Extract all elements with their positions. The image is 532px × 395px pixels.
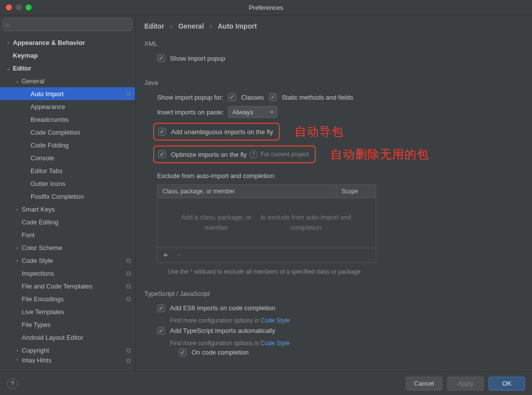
- sidebar-item-label: Console: [31, 154, 131, 162]
- remove-button[interactable]: －: [175, 250, 183, 260]
- window-title: Preferences: [0, 4, 532, 11]
- sidebar-item-breadcrumbs[interactable]: Breadcrumbs: [0, 113, 135, 126]
- sidebar-item-label: Copyright: [22, 347, 126, 354]
- modified-icon: ⧉: [126, 256, 131, 265]
- th-scope: Scope: [336, 185, 376, 198]
- breadcrumb: Editor › General › Auto Import: [144, 22, 521, 30]
- link-code-style-2[interactable]: Code Style: [261, 340, 290, 347]
- sidebar-item-inlay-hints[interactable]: ›Inlay Hints⧉: [0, 357, 135, 363]
- chevron-right-icon[interactable]: ›: [5, 40, 12, 45]
- sidebar-item-label: Code Completion: [31, 129, 131, 136]
- annotation-auto-import: 自动导包: [295, 124, 344, 140]
- zoom-window-icon[interactable]: [26, 4, 32, 10]
- sidebar-item-copyright[interactable]: ›Copyright⧉: [0, 344, 135, 357]
- wildcard-hint: Use the * wildcard to exclude all member…: [168, 268, 365, 276]
- apply-button[interactable]: Apply: [447, 377, 484, 391]
- label-static: Static methods and fields: [282, 94, 353, 101]
- ok-button[interactable]: OK: [489, 377, 525, 391]
- sidebar-item-font[interactable]: Font: [0, 228, 135, 241]
- sidebar-item-code-editing[interactable]: Code Editing: [0, 215, 135, 228]
- label-optimize: Optimize imports on the fly: [171, 151, 247, 158]
- chevron-right-icon[interactable]: ›: [14, 258, 21, 263]
- sidebar-item-file-and-code-templates[interactable]: File and Code Templates⧉: [0, 280, 135, 292]
- modified-icon: ⧉: [126, 295, 131, 303]
- checkbox-ts-auto[interactable]: [157, 327, 165, 335]
- sidebar-item-smart-keys[interactable]: ›Smart Keys: [0, 203, 135, 215]
- sidebar-item-code-completion[interactable]: Code Completion: [0, 126, 135, 139]
- sidebar-item-label: Code Editing: [22, 218, 131, 226]
- modified-icon: ⧉: [126, 346, 131, 355]
- checkbox-on-completion[interactable]: [179, 349, 187, 357]
- sidebar-item-label: Android Layout Editor: [22, 334, 131, 341]
- sidebar-item-label: File Types: [22, 321, 131, 328]
- chevron-down-icon[interactable]: ⌄: [5, 66, 12, 71]
- th-class: Class, package, or member: [158, 185, 336, 198]
- sidebar-item-code-folding[interactable]: Code Folding: [0, 139, 135, 151]
- settings-sidebar: ⌕ ›Appearance & BehaviorKeymap⌄Editor⌄Ge…: [0, 15, 135, 371]
- sidebar-item-label: Auto Import: [31, 90, 126, 98]
- help-icon[interactable]: ?: [250, 150, 258, 158]
- label-project-scope: For current project: [261, 151, 309, 158]
- close-window-icon[interactable]: [6, 4, 12, 10]
- chevron-right-icon[interactable]: ›: [14, 245, 21, 251]
- checkbox-xml-show-popup[interactable]: [157, 54, 165, 62]
- search-input[interactable]: [3, 18, 132, 31]
- sidebar-item-general[interactable]: ⌄General: [0, 74, 135, 87]
- add-button[interactable]: ＋: [162, 250, 169, 260]
- label-insert-on-paste: Insert imports on paste:: [157, 108, 224, 116]
- label-xml-show-popup: Show import popup: [170, 55, 225, 62]
- breadcrumb-general[interactable]: General: [178, 22, 204, 30]
- section-xml: XML: [144, 40, 521, 47]
- chevron-down-icon[interactable]: ⌄: [14, 78, 21, 84]
- sidebar-item-label: File Encodings: [22, 295, 126, 303]
- select-insert-on-paste[interactable]: Always: [228, 106, 277, 118]
- sidebar-item-label: File and Code Templates: [22, 283, 126, 290]
- checkbox-optimize[interactable]: [158, 150, 166, 158]
- sidebar-item-color-scheme[interactable]: ›Color Scheme: [0, 241, 135, 254]
- sidebar-item-editor-tabs[interactable]: Editor Tabs: [0, 164, 135, 177]
- sidebar-item-gutter-icons[interactable]: Gutter Icons: [0, 177, 135, 190]
- chevron-right-icon[interactable]: ›: [14, 348, 21, 353]
- checkbox-unambiguous[interactable]: [158, 128, 166, 136]
- sidebar-item-live-templates[interactable]: Live Templates: [0, 305, 135, 318]
- sidebar-item-label: Appearance: [31, 103, 131, 110]
- chevron-right-icon[interactable]: ›: [14, 207, 21, 212]
- sidebar-item-label: Editor Tabs: [31, 167, 131, 175]
- checkbox-es6[interactable]: [157, 304, 165, 312]
- sidebar-item-label: Smart Keys: [22, 206, 131, 213]
- hint-codestyle-1: Find more configuration options in: [170, 317, 261, 324]
- hint-codestyle-2: Find more configuration options in: [170, 340, 261, 347]
- chevron-right-icon: ›: [210, 22, 212, 30]
- sidebar-item-file-types[interactable]: File Types: [0, 318, 135, 331]
- sidebar-item-code-style[interactable]: ›Code Style⧉: [0, 254, 135, 267]
- chevron-right-icon[interactable]: ›: [14, 357, 21, 362]
- minimize-window-icon[interactable]: [16, 4, 22, 10]
- table-empty-text: Add a class, package, or memberto exclud…: [158, 198, 376, 248]
- sidebar-item-label: Breadcrumbs: [31, 116, 131, 123]
- sidebar-item-keymap[interactable]: Keymap: [0, 49, 135, 62]
- help-button[interactable]: ?: [7, 378, 18, 389]
- checkbox-classes[interactable]: [228, 93, 236, 101]
- sidebar-item-auto-import[interactable]: Auto Import⧉: [0, 87, 135, 100]
- label-on-completion: On code completion: [192, 349, 249, 356]
- sidebar-item-inspections[interactable]: Inspections⧉: [0, 267, 135, 280]
- window-controls: [6, 4, 32, 10]
- checkbox-static[interactable]: [269, 93, 277, 101]
- sidebar-item-postfix-completion[interactable]: Postfix Completion: [0, 190, 135, 203]
- cancel-button[interactable]: Cancel: [406, 377, 442, 391]
- sidebar-item-label: General: [22, 77, 131, 85]
- sidebar-item-file-encodings[interactable]: File Encodings⧉: [0, 292, 135, 305]
- sidebar-item-android-layout-editor[interactable]: Android Layout Editor: [0, 331, 135, 344]
- modified-icon: ⧉: [126, 282, 131, 290]
- sidebar-item-label: Keymap: [13, 52, 131, 59]
- sidebar-item-editor[interactable]: ⌄Editor: [0, 62, 135, 74]
- settings-tree[interactable]: ›Appearance & BehaviorKeymap⌄Editor⌄Gene…: [0, 34, 135, 371]
- sidebar-item-appearance-behavior[interactable]: ›Appearance & Behavior: [0, 36, 135, 49]
- breadcrumb-editor[interactable]: Editor: [144, 22, 164, 30]
- sidebar-item-appearance[interactable]: Appearance: [0, 100, 135, 113]
- sidebar-item-label: Inspections: [22, 270, 126, 277]
- sidebar-item-label: Code Folding: [31, 142, 131, 149]
- sidebar-item-console[interactable]: Console: [0, 151, 135, 164]
- highlight-box-unambiguous: Add unambiguous imports on the fly: [153, 123, 280, 141]
- link-code-style-1[interactable]: Code Style: [261, 317, 290, 324]
